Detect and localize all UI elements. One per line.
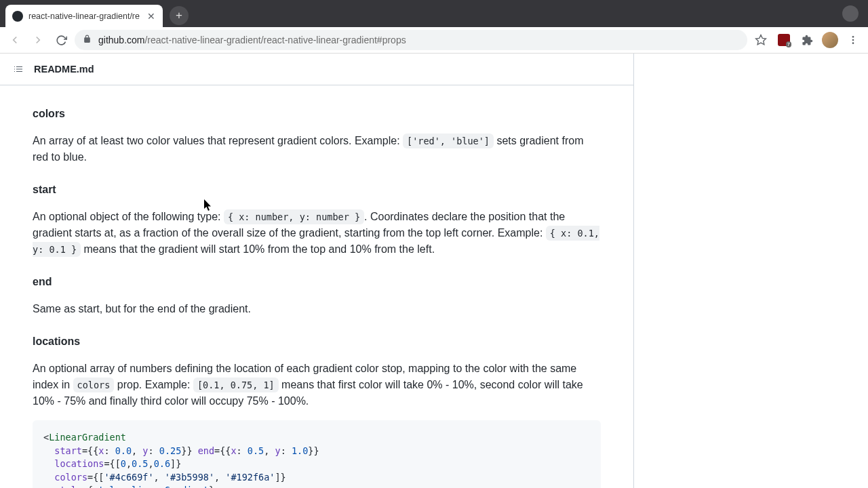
paragraph-end: Same as start, but for the end of the gr… (33, 301, 601, 317)
svg-point-3 (852, 42, 854, 44)
heading-locations: locations (33, 333, 601, 350)
close-tab-icon[interactable]: ✕ (146, 12, 156, 21)
browser-tab-strip: react-native-linear-gradient/re ✕ + (0, 0, 868, 27)
heading-colors: colors (33, 106, 601, 122)
browser-toolbar: github.com/react-native-linear-gradient/… (0, 27, 868, 54)
paragraph-locations: An optional array of numbers defining th… (33, 361, 601, 409)
chrome-profile-icon[interactable] (842, 5, 859, 22)
ublock-extension-icon[interactable] (774, 30, 793, 49)
code-locations-example: [0.1, 0.75, 1] (193, 378, 279, 392)
readme-header: README.md (0, 54, 633, 85)
code-block-lineargradient: <LinearGradient start={{x: 0.0, y: 0.25}… (33, 420, 601, 488)
lock-icon (83, 35, 92, 45)
readme-filename: README.md (34, 64, 94, 75)
chrome-menu-icon[interactable] (844, 30, 863, 49)
code-start-type: { x: number, y: number } (224, 209, 364, 224)
url-path: /react-native-linear-gradient/react-nati… (144, 35, 406, 45)
profile-avatar[interactable] (821, 30, 840, 49)
svg-point-1 (852, 36, 854, 38)
bookmark-star-icon[interactable] (751, 30, 770, 49)
address-bar[interactable]: github.com/react-native-linear-gradient/… (75, 30, 747, 50)
readme-column: README.md colors An array of at least tw… (0, 54, 634, 488)
readme-content: colors An array of at least two color va… (0, 85, 633, 488)
tab-title: react-native-linear-gradient/re (28, 12, 146, 21)
svg-marker-0 (756, 35, 766, 45)
code-colors-prop: colors (73, 378, 115, 392)
browser-tab[interactable]: react-native-linear-gradient/re ✕ (5, 5, 163, 27)
github-favicon (12, 11, 23, 22)
toc-icon[interactable] (11, 62, 26, 77)
svg-point-2 (852, 39, 854, 41)
forward-button[interactable] (28, 30, 47, 49)
back-button[interactable] (5, 30, 24, 49)
paragraph-colors: An array of at least two color values th… (33, 133, 601, 165)
code-colors-example: ['red', 'blue'] (403, 134, 494, 148)
heading-end: end (33, 274, 601, 290)
url-host: github.com (98, 35, 144, 45)
new-tab-button[interactable]: + (170, 6, 189, 25)
paragraph-start: An optional object of the following type… (33, 209, 601, 258)
extensions-icon[interactable] (797, 30, 816, 49)
heading-start: start (33, 182, 601, 198)
page-body: README.md colors An array of at least tw… (0, 54, 868, 488)
reload-button[interactable] (52, 30, 71, 49)
